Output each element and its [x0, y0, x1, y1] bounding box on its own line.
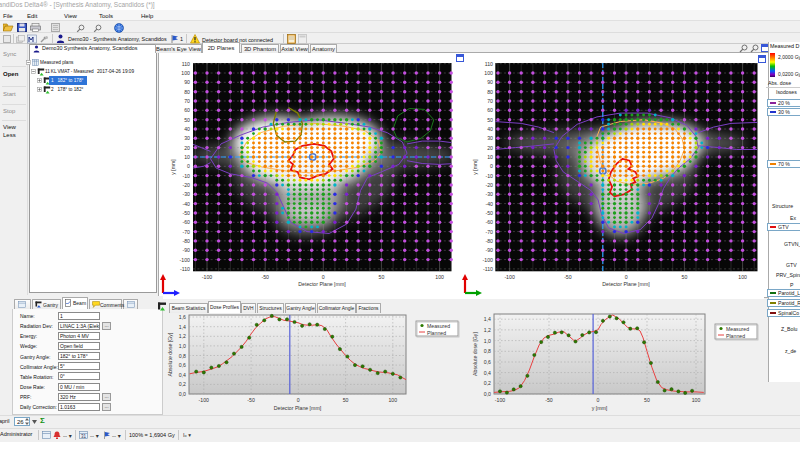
svg-text:-10: -10 [486, 173, 494, 179]
svg-text:0,0: 0,0 [179, 391, 186, 397]
svg-text:-90: -90 [486, 247, 494, 253]
svg-text:-100: -100 [483, 257, 493, 263]
svg-text:Planned: Planned [726, 333, 745, 339]
svg-text:0,4: 0,4 [484, 370, 491, 376]
svg-text:1,4: 1,4 [484, 316, 491, 322]
svg-text:-100: -100 [199, 397, 209, 403]
svg-text:0: 0 [597, 397, 600, 403]
svg-text:80: 80 [184, 89, 190, 95]
svg-text:0: 0 [625, 274, 628, 280]
svg-text:0: 0 [187, 163, 190, 169]
svg-text:-70: -70 [183, 229, 191, 235]
svg-text:0,2: 0,2 [484, 380, 491, 386]
svg-text:0: 0 [322, 274, 325, 280]
svg-text:100: 100 [738, 274, 747, 280]
svg-text:-60: -60 [183, 219, 191, 225]
svg-text:20: 20 [487, 145, 493, 151]
svg-text:90: 90 [184, 79, 190, 85]
svg-text:40: 40 [487, 126, 493, 132]
svg-text:-100: -100 [504, 274, 514, 280]
svg-text:50: 50 [644, 397, 650, 403]
svg-text:0,8: 0,8 [179, 353, 186, 359]
svg-text:-100: -100 [202, 274, 212, 280]
svg-text:-90: -90 [183, 247, 191, 253]
svg-text:60: 60 [184, 107, 190, 113]
svg-text:-20: -20 [183, 182, 191, 188]
svg-text:100: 100 [388, 397, 397, 403]
svg-text:-70: -70 [486, 229, 494, 235]
svg-text:-80: -80 [183, 238, 191, 244]
svg-text:Measured: Measured [427, 323, 450, 329]
svg-text:10: 10 [487, 154, 493, 160]
svg-text:-40: -40 [486, 201, 494, 207]
svg-text:60: 60 [487, 107, 493, 113]
svg-text:50: 50 [379, 274, 385, 280]
svg-text:0,6: 0,6 [484, 359, 491, 365]
svg-text:-50: -50 [545, 397, 553, 403]
svg-text:1,0: 1,0 [179, 343, 186, 349]
svg-text:1,2: 1,2 [179, 333, 186, 339]
svg-text:100: 100 [435, 274, 444, 280]
svg-text:0,4: 0,4 [179, 372, 186, 378]
svg-text:1,0: 1,0 [484, 338, 491, 344]
svg-text:-100: -100 [495, 397, 505, 403]
svg-text:30: 30 [487, 135, 493, 141]
svg-text:y [mm]: y [mm] [170, 159, 176, 175]
svg-text:-60: -60 [486, 219, 494, 225]
svg-text:10: 10 [184, 154, 190, 160]
svg-text:-20: -20 [486, 182, 494, 188]
svg-text:100: 100 [181, 70, 190, 76]
svg-text:0,8: 0,8 [484, 348, 491, 354]
svg-text:0,6: 0,6 [179, 362, 186, 368]
svg-text:100: 100 [692, 397, 701, 403]
svg-text:-50: -50 [183, 210, 191, 216]
svg-text:Planned: Planned [427, 330, 446, 336]
svg-text:-50: -50 [247, 397, 255, 403]
svg-text:0,0: 0,0 [484, 391, 491, 397]
svg-text:0,2: 0,2 [179, 381, 186, 387]
svg-text:1,4: 1,4 [179, 324, 186, 330]
svg-text:1,2: 1,2 [484, 327, 491, 333]
svg-text:-10: -10 [183, 173, 191, 179]
svg-text:70: 70 [184, 98, 190, 104]
svg-text:110: 110 [182, 61, 190, 67]
svg-text:y [mm]: y [mm] [592, 405, 608, 411]
svg-text:50: 50 [343, 397, 349, 403]
svg-text:-30: -30 [486, 191, 494, 197]
svg-text:-80: -80 [486, 238, 494, 244]
svg-text:-110: -110 [180, 266, 190, 272]
svg-text:50: 50 [682, 274, 688, 280]
svg-text:0: 0 [490, 163, 493, 169]
svg-text:110: 110 [485, 61, 493, 67]
svg-text:50: 50 [184, 117, 190, 123]
svg-text:-50: -50 [261, 274, 269, 280]
svg-text:-50: -50 [486, 210, 494, 216]
svg-text:Detector Plane [mm]: Detector Plane [mm] [298, 281, 346, 287]
svg-text:Detector Plane [mm]: Detector Plane [mm] [274, 405, 322, 411]
svg-text:1,6: 1,6 [179, 314, 186, 320]
svg-text:90: 90 [487, 79, 493, 85]
svg-text:Detector Plane [mm]: Detector Plane [mm] [602, 281, 650, 287]
svg-text:20: 20 [184, 145, 190, 151]
svg-text:-50: -50 [564, 274, 572, 280]
svg-text:-110: -110 [483, 266, 493, 272]
svg-text:70: 70 [487, 98, 493, 104]
svg-text:-30: -30 [183, 191, 191, 197]
svg-text:80: 80 [487, 89, 493, 95]
svg-text:Absolute dose [Gy]: Absolute dose [Gy] [472, 332, 478, 376]
svg-text:30: 30 [184, 135, 190, 141]
svg-text:-40: -40 [183, 201, 191, 207]
svg-text:0: 0 [297, 397, 300, 403]
svg-text:50: 50 [487, 117, 493, 123]
svg-text:-100: -100 [180, 257, 190, 263]
svg-text:Absolute dose [Gy]: Absolute dose [Gy] [167, 332, 173, 376]
svg-text:100: 100 [484, 70, 493, 76]
svg-text:y [mm]: y [mm] [472, 159, 478, 175]
svg-text:40: 40 [184, 126, 190, 132]
svg-text:Measured: Measured [726, 326, 749, 332]
